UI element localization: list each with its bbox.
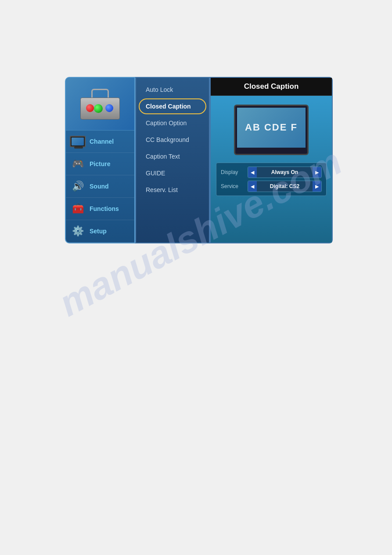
abc-text: AB CDE F	[245, 122, 298, 133]
display-value-box: ◀ Always On ▶	[248, 167, 322, 178]
sidebar: Channel 🎮 Picture 🔊 Sound 🧰 Functions	[65, 77, 135, 243]
sidebar-item-setup[interactable]: ⚙️ Setup	[66, 220, 134, 243]
service-label: Service	[221, 183, 245, 189]
menu-item-closed-caption[interactable]: Closed Caption	[139, 98, 206, 114]
menu-item-cc-background[interactable]: CC Background	[139, 132, 206, 148]
setup-icon: ⚙️	[69, 223, 86, 239]
sidebar-item-channel-label: Channel	[90, 138, 114, 145]
toolbox-icon	[78, 89, 122, 120]
controls-area: Display ◀ Always On ▶ Service ◀ Digital:…	[216, 163, 327, 196]
service-value-box: ◀ Digital: CS2 ▶	[248, 181, 322, 192]
menu-item-reserv-list[interactable]: Reserv. List	[139, 182, 206, 198]
menu-item-caption-text[interactable]: Caption Text	[139, 149, 206, 164]
middle-menu: Auto Lock Closed Caption Caption Option …	[135, 77, 210, 243]
display-label: Display	[221, 169, 245, 175]
tv-ui: Channel 🎮 Picture 🔊 Sound 🧰 Functions	[65, 77, 333, 243]
service-value: Digital: CS2	[257, 182, 313, 190]
sidebar-top-image	[66, 78, 134, 131]
preview-tv-body: AB CDE F	[234, 105, 309, 155]
display-value: Always On	[257, 168, 313, 176]
display-right-arrow[interactable]: ▶	[313, 167, 321, 178]
menu-item-guide[interactable]: GUIDE	[139, 165, 206, 181]
control-row-display: Display ◀ Always On ▶	[221, 167, 322, 178]
sound-icon: 🔊	[69, 178, 86, 195]
right-panel-title: Closed Caption	[211, 78, 332, 96]
gear-icon: ⚙️	[72, 225, 84, 237]
menu-item-caption-option[interactable]: Caption Option	[139, 115, 206, 131]
preview-tv: AB CDE F	[227, 101, 315, 158]
tools-icon: 🧰	[72, 203, 84, 214]
ball-red	[86, 104, 94, 112]
display-left-arrow[interactable]: ◀	[248, 167, 257, 178]
ball-green	[94, 104, 103, 113]
preview-tv-screen: AB CDE F	[237, 108, 306, 148]
tv-small-screen	[72, 138, 84, 145]
tv-small-icon	[70, 136, 86, 147]
control-row-service: Service ◀ Digital: CS2 ▶	[221, 181, 322, 192]
toolbox-handle	[91, 89, 109, 98]
service-right-arrow[interactable]: ▶	[313, 181, 321, 192]
ball-blue	[105, 104, 113, 112]
picture-icon: 🎮	[69, 156, 86, 172]
functions-icon: 🧰	[69, 200, 86, 217]
preview-tv-stand	[260, 154, 282, 155]
right-panel-content: AB CDE F Display ◀ Always On ▶	[211, 96, 332, 243]
right-panel: Closed Caption AB CDE F Display ◀	[210, 77, 333, 243]
speaker-icon: 🔊	[72, 181, 84, 192]
sidebar-item-channel[interactable]: Channel	[66, 131, 134, 153]
channel-icon	[69, 133, 86, 150]
toolbox-body	[80, 98, 120, 120]
sidebar-item-sound-label: Sound	[90, 183, 109, 190]
sidebar-item-setup-label: Setup	[90, 228, 107, 235]
service-left-arrow[interactable]: ◀	[248, 181, 257, 192]
sidebar-item-functions[interactable]: 🧰 Functions	[66, 198, 134, 220]
menu-item-auto-lock[interactable]: Auto Lock	[139, 82, 206, 98]
sidebar-item-functions-label: Functions	[90, 205, 119, 212]
gamepad-icon: 🎮	[72, 158, 84, 170]
sidebar-item-picture-label: Picture	[90, 160, 110, 167]
sidebar-item-picture[interactable]: 🎮 Picture	[66, 153, 134, 175]
sidebar-item-sound[interactable]: 🔊 Sound	[66, 175, 134, 198]
